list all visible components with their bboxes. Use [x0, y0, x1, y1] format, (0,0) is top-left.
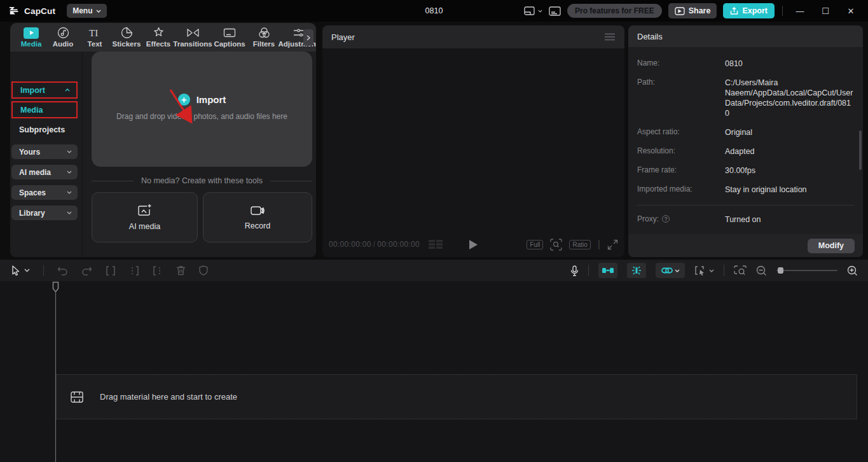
zoom-out-icon[interactable]	[756, 265, 767, 276]
auto-split-button[interactable]	[627, 263, 646, 278]
help-icon[interactable]: ?	[662, 215, 670, 223]
delete-left-icon[interactable]	[129, 266, 139, 276]
tab-captions[interactable]: Captions	[211, 27, 248, 48]
tab-media[interactable]: Media	[15, 27, 47, 48]
player-menu-icon[interactable]	[604, 33, 616, 41]
linking-button[interactable]	[656, 263, 685, 278]
timeline-dropzone[interactable]: Drag material here and start to create	[56, 374, 857, 419]
preview-axis-icon[interactable]	[734, 265, 747, 276]
frame-rate-value[interactable]: 30.00fps	[725, 165, 854, 176]
split-icon[interactable]	[106, 266, 116, 276]
share-button[interactable]: Share	[668, 3, 717, 18]
detail-row-resolution: Resolution: Adapted	[637, 146, 854, 157]
sidebar-dropdown-spaces[interactable]: Spaces	[11, 185, 78, 200]
zoom-slider-knob[interactable]	[778, 267, 783, 274]
tab-scroll-right-button[interactable]	[303, 29, 313, 46]
minimize-button[interactable]: —	[790, 3, 809, 18]
chevron-down-icon	[538, 10, 542, 13]
import-plus-icon[interactable]: +	[178, 94, 190, 106]
chevron-right-icon	[307, 35, 310, 41]
detail-row-frame-rate: Frame rate: 30.00fps	[637, 165, 854, 176]
sidebar-dropdown-yours[interactable]: Yours	[11, 144, 78, 159]
tab-filters[interactable]: Filters	[248, 27, 280, 48]
detail-row-name: Name: 0810	[637, 59, 854, 69]
player-header: Player	[322, 25, 624, 48]
ratio-button[interactable]: Ratio	[569, 240, 590, 249]
audio-icon	[57, 27, 69, 39]
select-clip-mode-button[interactable]	[694, 265, 714, 276]
modify-button[interactable]: Modify	[808, 239, 855, 253]
proxy-value[interactable]: Turned on	[725, 214, 854, 225]
chevron-down-icon	[67, 150, 72, 153]
select-tool-button[interactable]	[11, 265, 30, 276]
tab-text[interactable]: TI Text	[79, 27, 111, 48]
spark-split-icon	[631, 265, 642, 276]
media-tab-bar: Media Audio TI Text Stickers Effects Tra…	[10, 23, 316, 52]
details-scrollbar[interactable]	[859, 130, 862, 170]
details-title: Details	[628, 25, 863, 47]
fullscreen-icon[interactable]	[607, 239, 618, 250]
resolution-value[interactable]: Adapted	[725, 146, 854, 157]
detail-row-path: Path: C:/Users/Maira Naeem/AppData/Local…	[637, 78, 854, 118]
undo-icon[interactable]	[57, 266, 68, 276]
media-icon	[24, 27, 39, 39]
capcut-logo-icon	[9, 6, 20, 16]
tab-stickers[interactable]: Stickers	[111, 27, 142, 48]
import-dropzone[interactable]: + Import Drag and drop videos, photos, a…	[92, 52, 312, 167]
delete-right-icon[interactable]	[153, 266, 163, 276]
timeline-empty-text: Drag material here and start to create	[100, 392, 237, 402]
timeline-zoom-slider[interactable]	[776, 270, 837, 271]
cursor-icon	[11, 265, 20, 276]
timeline-track-area[interactable]: Drag material here and start to create	[0, 281, 868, 462]
divider	[724, 265, 724, 276]
maximize-button[interactable]: ☐	[816, 3, 835, 18]
record-tool-button[interactable]: Record	[203, 192, 312, 242]
preview-pages-icon[interactable]	[429, 240, 444, 249]
panel-layout-button[interactable]	[549, 6, 561, 16]
magnet-icon	[602, 267, 614, 274]
tab-transitions[interactable]: Transitions	[174, 27, 211, 48]
menu-button[interactable]: Menu	[67, 4, 106, 18]
chevron-down-icon	[709, 269, 714, 272]
sidebar-item-import[interactable]: Import	[11, 81, 78, 99]
ai-media-tool-button[interactable]: AI media	[92, 192, 198, 242]
close-button[interactable]: ✕	[841, 3, 860, 18]
aspect-ratio-value[interactable]: Original	[725, 127, 854, 137]
filters-icon	[258, 27, 270, 39]
chevron-down-icon	[67, 191, 72, 194]
tab-effects[interactable]: Effects	[142, 27, 174, 48]
media-sidebar: Import Media Subprojects Yours AI media …	[10, 52, 83, 257]
preview-zoom-icon[interactable]	[550, 239, 562, 251]
player-controls: 00:00:00:00/00:00:00:00 Full Ratio |	[322, 232, 624, 257]
link-icon	[661, 267, 673, 274]
play-button[interactable]	[469, 239, 478, 250]
chevron-down-icon	[24, 269, 30, 272]
imported-media-value[interactable]: Stay in original location	[725, 185, 854, 195]
magnetic-snap-button[interactable]	[598, 263, 617, 278]
layout-switch-button[interactable]	[524, 6, 542, 16]
detail-row-aspect-ratio: Aspect ratio: Original	[637, 127, 854, 137]
timeline-toolbar	[0, 260, 868, 281]
zoom-in-icon[interactable]	[847, 265, 858, 276]
divider	[637, 205, 854, 206]
ai-media-icon	[137, 204, 152, 217]
chevron-down-icon	[67, 211, 72, 214]
sidebar-dropdown-library[interactable]: Library	[11, 206, 78, 220]
pro-features-button[interactable]: Pro features for FREE	[567, 4, 662, 18]
full-quality-button[interactable]: Full	[527, 240, 543, 249]
sidebar-item-media[interactable]: Media	[11, 101, 78, 118]
record-camera-icon	[250, 205, 265, 216]
voiceover-mic-icon[interactable]	[570, 265, 579, 276]
redo-icon[interactable]	[81, 266, 92, 276]
import-hint: Drag and drop videos, photos, and audio …	[116, 112, 287, 121]
mask-icon[interactable]	[199, 265, 208, 276]
sidebar-dropdown-ai-media[interactable]: AI media	[11, 165, 78, 179]
timecode: 00:00:00:00/00:00:00:00	[329, 240, 420, 249]
playhead[interactable]	[52, 281, 60, 462]
sidebar-item-subprojects[interactable]: Subprojects	[19, 125, 65, 134]
title-bar: CapCut Menu 0810 Pro features for FREE S…	[0, 0, 868, 22]
export-button[interactable]: Export	[723, 3, 775, 18]
tab-audio[interactable]: Audio	[47, 27, 79, 48]
share-icon	[675, 7, 685, 15]
delete-icon[interactable]	[176, 265, 186, 276]
